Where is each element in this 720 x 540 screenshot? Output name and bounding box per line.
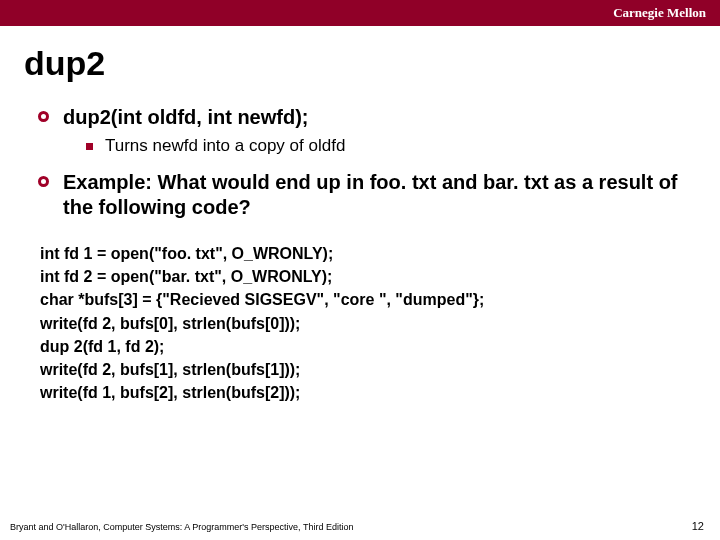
circle-bullet-icon <box>38 176 49 187</box>
code-line: write(fd 1, bufs[2], strlen(bufs[2])); <box>40 381 692 404</box>
bullet-2: Example: What would end up in foo. txt a… <box>38 170 692 220</box>
institution-label: Carnegie Mellon <box>613 5 706 21</box>
square-bullet-icon <box>86 143 93 150</box>
bullet-2-text: Example: What would end up in foo. txt a… <box>63 170 692 220</box>
bullet-1-sub-1: Turns newfd into a copy of oldfd <box>86 136 692 156</box>
page-number: 12 <box>692 520 704 532</box>
code-line: write(fd 2, bufs[1], strlen(bufs[1])); <box>40 358 692 381</box>
footer-citation: Bryant and O'Hallaron, Computer Systems:… <box>10 522 353 532</box>
code-line: int fd 2 = open("bar. txt", O_WRONLY); <box>40 265 692 288</box>
code-block: int fd 1 = open("foo. txt", O_WRONLY); i… <box>38 242 692 404</box>
bullet-1-sub-1-text: Turns newfd into a copy of oldfd <box>105 136 345 156</box>
code-line: int fd 1 = open("foo. txt", O_WRONLY); <box>40 242 692 265</box>
header-bar: Carnegie Mellon <box>0 0 720 26</box>
code-line: dup 2(fd 1, fd 2); <box>40 335 692 358</box>
code-line: char *bufs[3] = {"Recieved SIGSEGV", "co… <box>40 288 692 311</box>
bullet-1-text: dup2(int oldfd, int newfd); <box>63 105 309 130</box>
bullet-1: dup2(int oldfd, int newfd); <box>38 105 692 130</box>
circle-bullet-icon <box>38 111 49 122</box>
code-line: write(fd 2, bufs[0], strlen(bufs[0])); <box>40 312 692 335</box>
footer: Bryant and O'Hallaron, Computer Systems:… <box>0 520 720 532</box>
slide-content: dup2(int oldfd, int newfd); Turns newfd … <box>0 105 720 404</box>
slide-title: dup2 <box>0 26 720 91</box>
